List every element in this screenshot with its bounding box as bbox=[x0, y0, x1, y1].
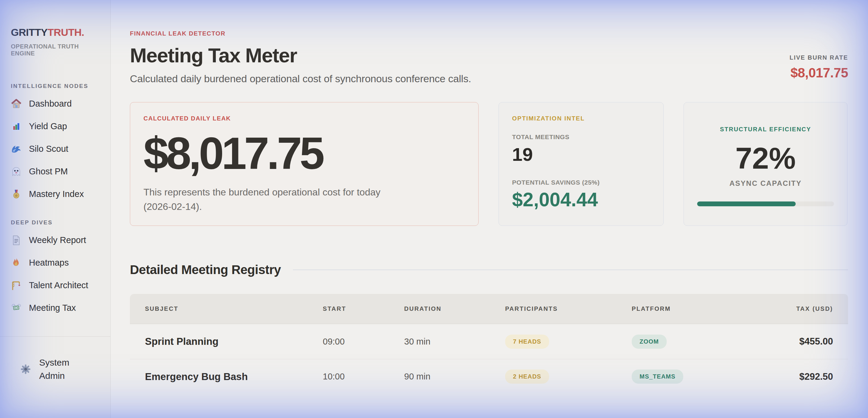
card-calculated-daily-leak: CALCULATED DAILY LEAK $8,017.75 This rep… bbox=[130, 102, 478, 226]
sidebar-item-label: Yield Gap bbox=[29, 121, 67, 131]
sidebar-item-label: Ghost PM bbox=[29, 166, 68, 176]
potential-savings-value: $2,004.44 bbox=[512, 189, 650, 211]
main-content: FINANCIAL LEAK DETECTOR Meeting Tax Mete… bbox=[111, 0, 868, 418]
cell-participants: 7 HEADS bbox=[505, 334, 632, 349]
meeting-registry-section: Detailed Meeting Registry SUBJECT START … bbox=[130, 263, 848, 394]
daily-leak-description: This represents the burdened operational… bbox=[144, 185, 394, 214]
column-header-start: START bbox=[323, 306, 404, 312]
summary-cards: CALCULATED DAILY LEAK $8,017.75 This rep… bbox=[130, 102, 848, 226]
page-header: FINANCIAL LEAK DETECTOR Meeting Tax Mete… bbox=[130, 18, 848, 85]
sidebar-item-label: Silo Scout bbox=[29, 144, 68, 154]
cell-platform: ZOOM bbox=[632, 334, 761, 349]
sidebar-item-label: Heatmaps bbox=[29, 258, 69, 268]
sidebar-item-label: Weekly Report bbox=[29, 235, 86, 245]
daily-leak-value: $8,017.75 bbox=[144, 130, 465, 176]
fire-icon bbox=[11, 257, 22, 268]
leak-card-label: CALCULATED DAILY LEAK bbox=[144, 115, 465, 122]
participants-badge: 7 HEADS bbox=[505, 334, 549, 349]
logo-part-truth: TRUTH. bbox=[48, 27, 84, 38]
sidebar-item-meeting-tax[interactable]: Meeting Tax bbox=[11, 297, 101, 319]
eyebrow-label: FINANCIAL LEAK DETECTOR bbox=[130, 30, 471, 37]
crane-icon bbox=[11, 280, 22, 291]
wave-icon bbox=[11, 143, 22, 155]
column-header-duration: DURATION bbox=[404, 306, 505, 312]
cell-platform: MS_TEAMS bbox=[632, 369, 761, 384]
page-header-left: FINANCIAL LEAK DETECTOR Meeting Tax Mete… bbox=[130, 18, 471, 85]
participants-badge: 2 HEADS bbox=[505, 369, 549, 384]
nav-deep-dives: Weekly ReportHeatmapsTalent ArchitectMee… bbox=[11, 229, 101, 319]
gear-icon bbox=[20, 363, 31, 375]
efficiency-card-label: STRUCTURAL EFFICIENCY bbox=[697, 126, 834, 133]
cell-subject: Sprint Planning bbox=[145, 336, 323, 347]
page-title: Meeting Tax Meter bbox=[130, 44, 471, 67]
bar-chart-icon bbox=[11, 121, 22, 132]
total-meetings-value: 19 bbox=[512, 143, 650, 165]
column-header-tax: TAX (USD) bbox=[761, 306, 833, 312]
sidebar-item-label: Meeting Tax bbox=[29, 303, 76, 313]
home-icon bbox=[11, 98, 22, 109]
sidebar-item-label: Talent Architect bbox=[29, 280, 88, 290]
page-subtitle: Calculated daily burdened operational co… bbox=[130, 73, 471, 85]
intel-card-label: OPTIMIZATION INTEL bbox=[512, 115, 650, 122]
sidebar-item-heatmaps[interactable]: Heatmaps bbox=[11, 252, 101, 274]
column-header-platform: PLATFORM bbox=[632, 306, 761, 312]
sidebar-item-ghost-pm[interactable]: Ghost PM bbox=[11, 160, 101, 183]
sidebar-item-talent-architect[interactable]: Talent Architect bbox=[11, 274, 101, 297]
sidebar-item-silo-scout[interactable]: Silo Scout bbox=[11, 138, 101, 160]
sidebar-item-dashboard[interactable]: Dashboard bbox=[11, 92, 101, 115]
cell-participants: 2 HEADS bbox=[505, 369, 632, 384]
platform-badge: ZOOM bbox=[632, 334, 667, 349]
registry-title-row: Detailed Meeting Registry bbox=[130, 263, 848, 277]
title-rule-divider bbox=[293, 269, 848, 270]
burn-rate-value: $8,017.75 bbox=[789, 65, 848, 81]
potential-savings-group: POTENTIAL SAVINGS (25%) $2,004.44 bbox=[512, 179, 650, 211]
efficiency-value: 72% bbox=[697, 143, 834, 173]
table-body: Sprint Planning09:0030 min7 HEADSZOOM$45… bbox=[130, 324, 848, 394]
sidebar-item-weekly-report[interactable]: Weekly Report bbox=[11, 229, 101, 252]
async-capacity-label: ASYNC CAPACITY bbox=[697, 179, 834, 188]
sidebar-item-mastery-index[interactable]: Mastery Index bbox=[11, 183, 101, 205]
meeting-table: SUBJECT START DURATION PARTICIPANTS PLAT… bbox=[130, 294, 848, 394]
cell-duration: 90 min bbox=[404, 372, 505, 382]
live-burn-rate: LIVE BURN RATE $8,017.75 bbox=[789, 54, 848, 81]
money-icon bbox=[11, 303, 22, 314]
sidebar-item-yield-gap[interactable]: Yield Gap bbox=[11, 115, 101, 138]
cell-start: 10:00 bbox=[323, 372, 404, 382]
burn-rate-label: LIVE BURN RATE bbox=[789, 54, 848, 61]
medal-icon bbox=[11, 189, 22, 200]
sidebar-item-label: System Admin bbox=[39, 356, 84, 382]
total-meetings-group: TOTAL MEETINGS 19 bbox=[512, 133, 650, 165]
card-optimization-intel: OPTIMIZATION INTEL TOTAL MEETINGS 19 POT… bbox=[498, 102, 664, 226]
cell-duration: 30 min bbox=[404, 337, 505, 347]
sidebar: GRITTYTRUTH. OPERATIONAL TRUTH ENGINE IN… bbox=[0, 0, 111, 418]
logo-part-gritty: GRITTY bbox=[11, 27, 48, 38]
sidebar-item-label: Dashboard bbox=[29, 99, 72, 109]
nav-section-label-intelligence-nodes: INTELLIGENCE NODES bbox=[11, 83, 101, 90]
table-row-sprint-planning: Sprint Planning09:0030 min7 HEADSZOOM$45… bbox=[130, 324, 848, 359]
cell-tax: $292.50 bbox=[761, 371, 833, 382]
sidebar-item-label: Mastery Index bbox=[29, 189, 84, 199]
cell-tax: $455.00 bbox=[761, 336, 833, 347]
potential-savings-label: POTENTIAL SAVINGS (25%) bbox=[512, 179, 650, 186]
total-meetings-label: TOTAL MEETINGS bbox=[512, 133, 650, 141]
efficiency-progress-track bbox=[697, 201, 834, 206]
nav-intelligence-nodes: DashboardYield GapSilo ScoutGhost PMMast… bbox=[11, 92, 101, 205]
platform-badge: MS_TEAMS bbox=[632, 369, 683, 384]
sidebar-item-system-admin[interactable]: System Admin bbox=[20, 356, 101, 382]
column-header-subject: SUBJECT bbox=[145, 306, 323, 312]
card-structural-efficiency: STRUCTURAL EFFICIENCY 72% ASYNC CAPACITY bbox=[684, 102, 847, 226]
table-header-row: SUBJECT START DURATION PARTICIPANTS PLAT… bbox=[130, 294, 848, 324]
column-header-participants: PARTICIPANTS bbox=[505, 306, 632, 312]
app-logo: GRITTYTRUTH. bbox=[11, 27, 101, 38]
ghost-icon bbox=[11, 166, 22, 177]
efficiency-progress-fill bbox=[697, 201, 796, 206]
cell-start: 09:00 bbox=[323, 337, 404, 347]
cell-subject: Emergency Bug Bash bbox=[145, 371, 323, 382]
registry-title: Detailed Meeting Registry bbox=[130, 263, 281, 277]
nav-section-label-deep-dives: DEEP DIVES bbox=[11, 219, 101, 226]
table-row-emergency-bug-bash: Emergency Bug Bash10:0090 min2 HEADSMS_T… bbox=[130, 359, 848, 394]
app-tagline: OPERATIONAL TRUTH ENGINE bbox=[11, 43, 101, 57]
sidebar-footer: System Admin bbox=[0, 336, 110, 418]
document-icon bbox=[11, 235, 22, 246]
